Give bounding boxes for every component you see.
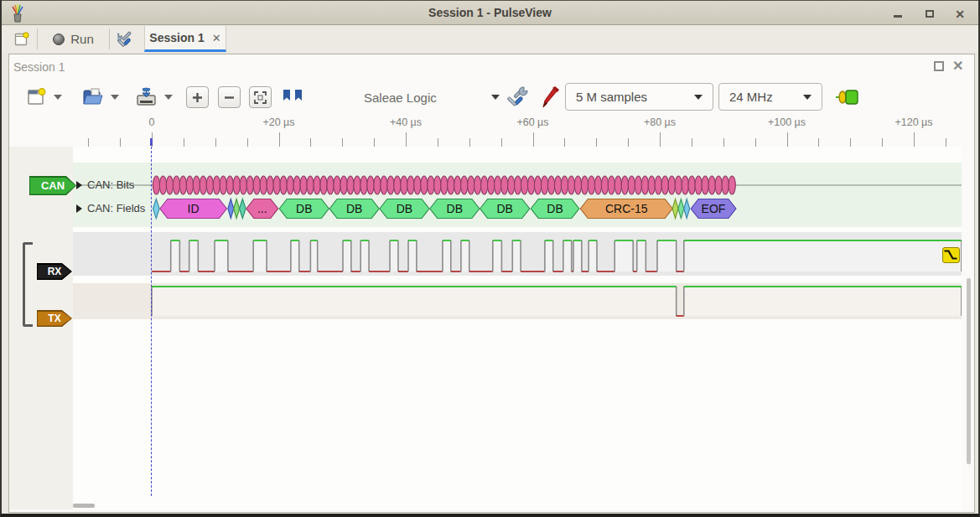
ruler-minor-tick: [850, 138, 851, 147]
ruler-label: +100 µs: [749, 116, 825, 128]
open-menu-arrow[interactable]: [107, 85, 122, 110]
ruler-minor-tick: [692, 138, 692, 147]
sample-rate-value: 24 MHz: [729, 90, 773, 104]
ruler-minor-tick: [564, 138, 565, 147]
svg-text:DB: DB: [296, 202, 312, 215]
ruler-label: +20 µs: [241, 116, 317, 128]
wrench-screwdriver-icon: [507, 85, 531, 109]
settings-button[interactable]: [113, 27, 140, 51]
dock-title: Session 1: [13, 60, 65, 74]
ruler-minor-tick: [374, 138, 375, 147]
device-select[interactable]: Saleae Logic: [364, 85, 500, 110]
ruler-minor-tick: [818, 138, 819, 147]
ruler-major-tick: [406, 132, 407, 147]
ruler-minor-tick: [215, 138, 216, 147]
show-cursors-button[interactable]: [279, 85, 306, 110]
signal-tag-rx[interactable]: RX: [37, 263, 72, 280]
open-folder-icon: [81, 87, 104, 107]
new-session-button[interactable]: [8, 27, 35, 51]
ruler-minor-tick: [755, 138, 756, 147]
trigger-marker-falling-edge-icon[interactable]: [942, 247, 960, 263]
ruler-label: +80 µs: [622, 116, 697, 128]
run-state-icon: [53, 34, 65, 45]
maximize-icon[interactable]: [923, 8, 936, 20]
device-name: Saleae Logic: [364, 90, 437, 105]
tab-session-1[interactable]: Session 1 ✕: [144, 26, 226, 52]
dock-float-icon[interactable]: [934, 61, 944, 71]
main-toolbar: Run Session 1 ✕: [2, 26, 978, 52]
row-label: CAN: Fields: [87, 202, 145, 215]
time-ruler[interactable]: 0+20 µs+40 µs+60 µs+80 µs+100 µs+120 µs: [2, 115, 974, 147]
ruler-minor-tick: [342, 138, 343, 147]
new-view-icon: [26, 87, 46, 107]
toolbar-separator: [109, 28, 110, 49]
ruler-label: +40 µs: [368, 116, 443, 128]
close-icon[interactable]: ✕: [953, 8, 967, 20]
configure-device-button[interactable]: [505, 85, 533, 110]
signal-tag-tx[interactable]: TX: [37, 310, 72, 327]
expander-icon[interactable]: [76, 204, 82, 213]
new-view-button[interactable]: [23, 85, 49, 110]
sample-count-value: 5 M samples: [576, 90, 647, 104]
zoom-fit-button[interactable]: [249, 86, 272, 108]
sample-rate-select[interactable]: 24 MHz: [718, 83, 822, 111]
trace-group-bracket[interactable]: [23, 242, 33, 327]
svg-text:DB: DB: [447, 202, 463, 215]
tab-close-icon[interactable]: ✕: [212, 33, 221, 44]
svg-text:EOF: EOF: [702, 202, 726, 215]
zoom-in-button[interactable]: [186, 86, 209, 108]
new-view-menu-arrow[interactable]: [50, 85, 65, 110]
decoder-row-can-fields[interactable]: CAN: Fields: [76, 202, 145, 215]
ruler-minor-tick: [120, 138, 121, 147]
run-button[interactable]: Run: [42, 27, 105, 51]
ruler-minor-tick: [247, 138, 248, 147]
cursor-line[interactable]: [151, 142, 152, 496]
ruler-minor-tick: [628, 138, 629, 147]
svg-text:DB: DB: [346, 202, 362, 215]
decoder-row-can-bits[interactable]: CAN: Bits: [76, 178, 134, 191]
ruler-minor-tick: [88, 138, 89, 147]
open-button[interactable]: [79, 85, 106, 110]
cursor-flags-icon: [280, 87, 305, 107]
row-label: CAN: Bits: [87, 178, 134, 191]
ruler-major-tick: [533, 132, 534, 147]
expander-icon[interactable]: [76, 181, 82, 189]
ruler-minor-tick: [723, 138, 724, 147]
ruler-minor-tick: [184, 138, 184, 147]
svg-text:ID: ID: [188, 202, 200, 215]
add-decoder-button[interactable]: [834, 85, 861, 110]
wrench-screwdriver-icon: [117, 30, 136, 49]
plus-icon: [191, 91, 204, 104]
sample-count-select[interactable]: 5 M samples: [565, 83, 713, 111]
ruler-major-tick: [914, 132, 915, 147]
svg-text:...: ...: [257, 202, 267, 215]
window-title: Session 1 - PulseView: [2, 6, 978, 19]
dock-close-icon[interactable]: ✕: [952, 58, 963, 74]
svg-text:CRC-15: CRC-15: [605, 202, 648, 215]
save-button[interactable]: [132, 85, 159, 110]
decoder-icon: [835, 88, 860, 106]
save-menu-arrow[interactable]: [161, 85, 176, 110]
ruler-major-tick: [279, 132, 280, 147]
ruler-label: +120 µs: [876, 116, 951, 128]
ruler-minor-tick: [310, 138, 311, 147]
svg-text:DB: DB: [397, 202, 412, 215]
ruler-major-tick: [660, 132, 661, 147]
ruler-minor-tick: [501, 138, 502, 147]
ruler-minor-tick: [882, 138, 883, 147]
horizontal-scrollbar[interactable]: [73, 504, 95, 508]
ruler-minor-tick: [946, 138, 946, 147]
channels-button[interactable]: [537, 85, 562, 110]
ruler-label: 0: [114, 116, 189, 128]
vertical-scrollbar[interactable]: [967, 278, 971, 464]
ruler-minor-tick: [596, 138, 597, 147]
titlebar[interactable]: Session 1 - PulseView ✕: [2, 0, 978, 25]
minimize-icon[interactable]: [891, 8, 905, 20]
zoom-fit-icon: [253, 90, 267, 105]
minus-icon: [223, 91, 236, 104]
pulseview-window: Session 1 - PulseView ✕ Run: [0, 0, 980, 517]
zoom-out-button[interactable]: [218, 86, 241, 108]
decoder-tag-can[interactable]: CAN: [29, 176, 76, 195]
new-session-icon: [14, 32, 29, 47]
ruler-minor-tick: [438, 138, 438, 147]
